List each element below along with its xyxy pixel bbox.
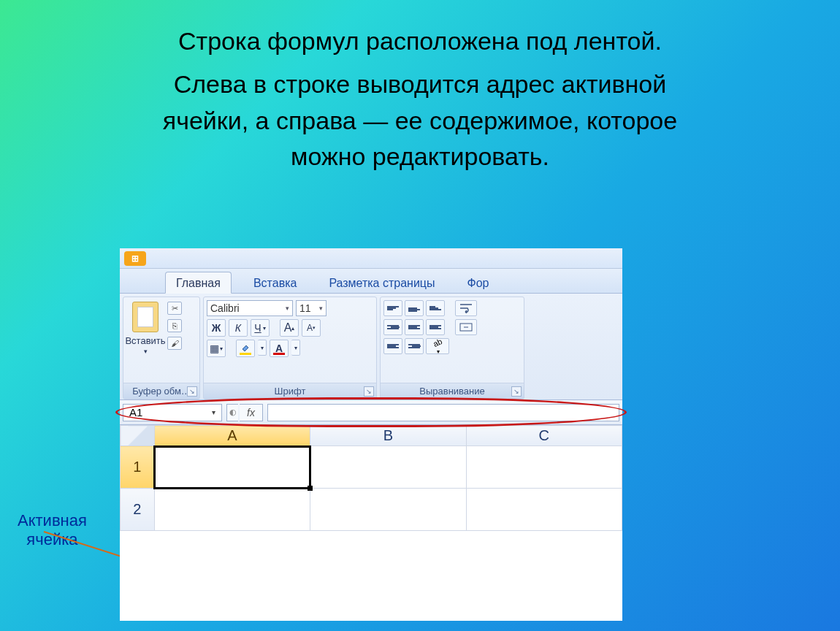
bold-button[interactable]: Ж [207,319,226,337]
office-button-icon[interactable]: ⊞ [124,251,146,266]
slide-paragraph: Слева в строке выводится адрес активной … [142,66,698,175]
decrease-indent-button[interactable] [383,338,402,354]
formula-input[interactable] [267,404,619,421]
group-alignment: ab▾ Выравнивание ↘ [380,297,524,399]
group-label-clipboard: Буфер обм… ↘ [123,383,199,399]
ribbon-tabs: Главная Вставка Разметка страницы Фор [120,269,622,294]
cut-icon[interactable]: ✂ [167,302,182,315]
insert-function-button[interactable]: fx [240,404,263,421]
group-label-alignment: Выравнивание ↘ [381,383,524,399]
window-titlebar: ⊞ [120,248,622,269]
font-color-button[interactable]: А [270,340,289,357]
grow-font-button[interactable]: А▴ [280,319,299,337]
slide-text: Строка формул расположена под лентой. Сл… [91,0,749,175]
group-font: Calibri▾ 11▾ Ж К Ч▾ А▴ А▾ ▦▾ [203,297,377,399]
excel-screenshot: ⊞ Главная Вставка Разметка страницы Фор … [120,248,622,621]
tab-formulas[interactable]: Фор [457,272,500,293]
font-name-combo[interactable]: Calibri▾ [207,300,293,316]
formula-bar: A1▾ ◐ fx [120,400,622,425]
select-all-corner[interactable] [121,426,155,446]
name-box[interactable]: A1▾ [123,404,222,421]
dialog-launcher-icon[interactable]: ↘ [187,386,197,397]
ribbon: Вставить ▾ ✂ ⎘ 🖌 Буфер обм… ↘ Calibri▾ [120,294,622,400]
align-bottom-button[interactable] [426,300,445,316]
align-center-button[interactable] [405,319,424,335]
dialog-launcher-icon[interactable]: ↘ [511,386,522,397]
formula-expand-icon[interactable]: ◐ [226,404,238,421]
column-header[interactable]: C [466,426,622,446]
wrap-text-button[interactable] [455,300,477,316]
dialog-launcher-icon[interactable]: ↘ [364,386,374,397]
group-label-font: Шрифт ↘ [204,383,376,399]
shrink-font-button[interactable]: А▾ [302,319,321,337]
tab-home[interactable]: Главная [165,272,232,294]
cell[interactable] [154,489,310,531]
slide-line-1: Строка формул расположена под лентой. [91,23,749,59]
row-header[interactable]: 1 [121,446,155,489]
align-top-button[interactable] [383,300,402,316]
orientation-button[interactable]: ab▾ [426,338,449,354]
group-clipboard: Вставить ▾ ✂ ⎘ 🖌 Буфер обм… ↘ [123,297,200,399]
italic-button[interactable]: К [229,319,248,337]
cell-a1[interactable] [154,446,310,489]
cell[interactable] [310,489,466,531]
align-middle-button[interactable] [405,300,424,316]
worksheet-grid[interactable]: A B C 1 2 [120,425,622,621]
font-color-dropdown[interactable]: ▾ [291,340,300,356]
align-right-button[interactable] [426,319,445,335]
border-button[interactable]: ▦▾ [207,340,226,357]
underline-button[interactable]: Ч▾ [251,319,270,337]
row-header[interactable]: 2 [121,489,155,531]
column-header[interactable]: B [310,426,466,446]
cell[interactable] [466,446,622,489]
align-left-button[interactable] [383,319,402,335]
font-size-combo[interactable]: 11▾ [296,300,327,316]
cell[interactable] [466,489,622,531]
column-header[interactable]: A [154,426,310,446]
fill-color-dropdown[interactable]: ▾ [258,340,267,356]
paste-button[interactable]: Вставить ▾ [126,300,164,380]
increase-indent-button[interactable] [405,338,424,354]
format-painter-icon[interactable]: 🖌 [167,337,182,350]
merge-center-button[interactable] [455,319,477,335]
tab-page-layout[interactable]: Разметка страницы [318,272,445,293]
active-cell-callout: Активная ячейка [18,511,87,550]
tab-insert[interactable]: Вставка [243,272,307,293]
paste-icon [132,302,159,332]
fill-color-button[interactable] [236,340,255,357]
copy-icon[interactable]: ⎘ [167,319,182,332]
cell[interactable] [310,446,466,489]
